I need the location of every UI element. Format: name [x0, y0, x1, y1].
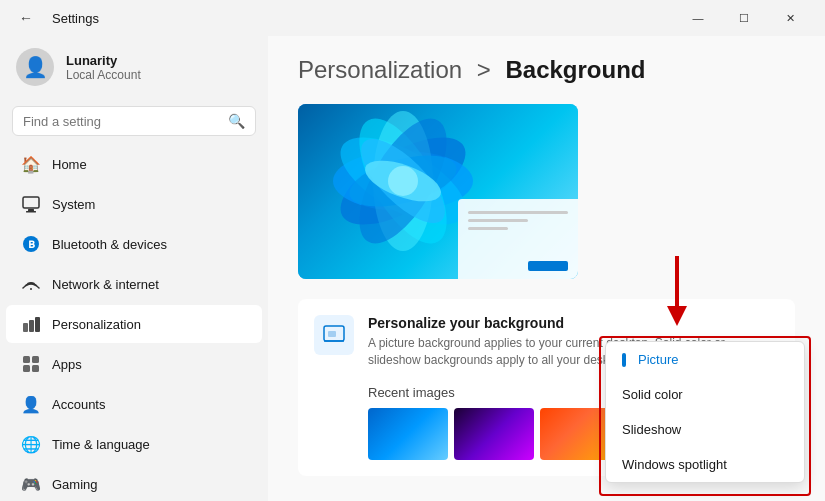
sidebar-item-time[interactable]: 🌐 Time & language [6, 425, 262, 463]
breadcrumb-current: Background [505, 56, 645, 83]
sidebar-item-system[interactable]: System [6, 185, 262, 223]
sidebar-item-apps[interactable]: Apps [6, 345, 262, 383]
sidebar-item-bluetooth-label: Bluetooth & devices [52, 237, 167, 252]
user-name: Lunarity [66, 53, 141, 68]
sidebar-item-time-label: Time & language [52, 437, 150, 452]
recent-image-2[interactable] [454, 408, 534, 460]
search-icon: 🔍 [228, 113, 245, 129]
gaming-icon: 🎮 [22, 475, 40, 493]
system-icon [22, 195, 40, 213]
search-input[interactable] [23, 114, 220, 129]
personalize-icon [314, 315, 354, 355]
dropdown-windows-spotlight-label: Windows spotlight [622, 457, 727, 472]
dropdown-slideshow-label: Slideshow [622, 422, 681, 437]
svg-rect-12 [32, 365, 39, 372]
sidebar: 👤 Lunarity Local Account 🔍 🏠 Home [0, 36, 268, 501]
breadcrumb-separator: > [477, 56, 498, 83]
svg-rect-8 [35, 317, 40, 332]
taskbar-lines [458, 199, 578, 247]
bg-section-title: Personalize your background [368, 315, 779, 331]
bluetooth-icon: ʙ [22, 235, 40, 253]
sidebar-item-personalization[interactable]: Personalization [6, 305, 262, 343]
dropdown-item-picture[interactable]: Picture [606, 342, 804, 377]
home-icon: 🏠 [22, 155, 40, 173]
svg-rect-7 [29, 320, 34, 332]
svg-rect-9 [23, 356, 30, 363]
titlebar: ← Settings — ☐ ✕ [0, 0, 825, 36]
user-profile[interactable]: 👤 Lunarity Local Account [0, 36, 268, 98]
recent-image-1[interactable] [368, 408, 448, 460]
dropdown-solid-color-label: Solid color [622, 387, 683, 402]
check-mark-picture [622, 353, 626, 367]
sidebar-item-network-label: Network & internet [52, 277, 159, 292]
minimize-button[interactable]: — [675, 0, 721, 36]
avatar: 👤 [16, 48, 54, 86]
sidebar-item-apps-label: Apps [52, 357, 82, 372]
dropdown-item-windows-spotlight[interactable]: Windows spotlight [606, 447, 804, 482]
settings-window: ← Settings — ☐ ✕ 👤 Lunarity Local Accoun… [0, 0, 825, 501]
maximize-button[interactable]: ☐ [721, 0, 767, 36]
svg-rect-1 [28, 209, 34, 211]
sidebar-item-accounts-label: Accounts [52, 397, 105, 412]
svg-text:ʙ: ʙ [28, 237, 35, 251]
taskbar-line-2 [468, 219, 528, 222]
sidebar-item-accounts[interactable]: 👤 Accounts [6, 385, 262, 423]
background-type-dropdown[interactable]: Picture Solid color Slideshow Windows sp… [605, 341, 805, 483]
svg-rect-6 [23, 323, 28, 332]
dropdown-item-solid-color[interactable]: Solid color [606, 377, 804, 412]
svg-rect-10 [32, 356, 39, 363]
sidebar-item-personalization-label: Personalization [52, 317, 141, 332]
personalization-icon [22, 315, 40, 333]
main-content: Personalization > Background [268, 36, 825, 501]
dropdown-item-slideshow[interactable]: Slideshow [606, 412, 804, 447]
window-controls: — ☐ ✕ [675, 0, 813, 36]
background-preview [298, 104, 578, 279]
close-button[interactable]: ✕ [767, 0, 813, 36]
page-header: Personalization > Background [298, 56, 795, 84]
taskbar-line-3 [468, 227, 508, 230]
sidebar-item-gaming-label: Gaming [52, 477, 98, 492]
sidebar-item-bluetooth[interactable]: ʙ Bluetooth & devices [6, 225, 262, 263]
search-box[interactable]: 🔍 [12, 106, 256, 136]
sidebar-item-home[interactable]: 🏠 Home [6, 145, 262, 183]
back-button[interactable]: ← [12, 4, 40, 32]
network-icon [22, 275, 40, 293]
sidebar-item-gaming[interactable]: 🎮 Gaming [6, 465, 262, 501]
svg-rect-2 [26, 211, 36, 213]
titlebar-title: Settings [52, 11, 663, 26]
svg-point-22 [388, 166, 418, 196]
time-icon: 🌐 [22, 435, 40, 453]
apps-icon [22, 355, 40, 373]
svg-rect-11 [23, 365, 30, 372]
breadcrumb-parent: Personalization [298, 56, 462, 83]
taskbar-preview [458, 199, 578, 279]
content-area: 👤 Lunarity Local Account 🔍 🏠 Home [0, 36, 825, 501]
user-info: Lunarity Local Account [66, 53, 141, 82]
dropdown-picture-label: Picture [638, 352, 678, 367]
svg-point-5 [30, 288, 32, 290]
sidebar-item-network[interactable]: Network & internet [6, 265, 262, 303]
accounts-icon: 👤 [22, 395, 40, 413]
svg-rect-0 [23, 197, 39, 208]
taskbar-line-1 [468, 211, 568, 214]
sidebar-item-system-label: System [52, 197, 95, 212]
svg-rect-24 [328, 331, 336, 337]
sidebar-item-home-label: Home [52, 157, 87, 172]
taskbar-button [528, 261, 568, 271]
user-type: Local Account [66, 68, 141, 82]
